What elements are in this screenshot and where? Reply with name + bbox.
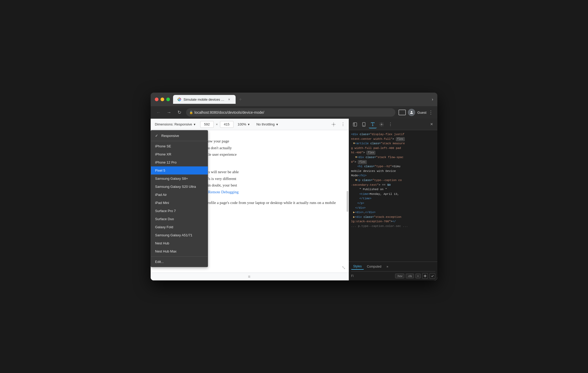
close-button[interactable] <box>155 98 158 101</box>
browser-window: Simulate mobile devices with D × + › ← →… <box>151 93 437 280</box>
hov-button[interactable]: :hov <box>395 274 404 278</box>
minimize-button[interactable] <box>161 98 164 101</box>
dropdown-item-samsung-s8[interactable]: Samsung Galaxy S8+ <box>151 175 208 183</box>
chrome-menu-icon[interactable]: ⋮ <box>428 110 433 115</box>
maximize-button[interactable] <box>166 98 170 101</box>
toggle-element-state-icon[interactable] <box>430 273 435 279</box>
bottom-grip-icon: ≡ <box>248 274 251 279</box>
dropdown-item-samsung-a51[interactable]: Samsung Galaxy A51/71 <box>151 231 208 239</box>
dropdown-item-ipad-mini[interactable]: iPad Mini <box>151 199 208 207</box>
iphone-12-pro-label: iPhone 12 Pro <box>155 160 176 164</box>
profile-icon[interactable] <box>408 109 415 116</box>
throttle-chevron-icon: ▼ <box>276 123 279 126</box>
reload-button[interactable]: ↻ <box>176 109 183 116</box>
code-line-9: mobile devices with Device <box>351 169 435 174</box>
dropdown-item-responsive[interactable]: Responsive <box>151 131 208 140</box>
code-line-3: ▼<article class="stack measure <box>353 141 435 146</box>
dropdown-item-surface-duo[interactable]: Surface Duo <box>151 215 208 223</box>
settings-icon[interactable] <box>378 121 385 128</box>
profile-label: Guest <box>417 111 426 115</box>
zoom-dropdown-button[interactable]: 100% ▼ <box>236 121 252 127</box>
dropdown-item-galaxy-fold[interactable]: Galaxy Fold <box>151 223 208 231</box>
devtools-more-options-icon[interactable]: ⋮ <box>387 121 394 128</box>
dimensions-chevron-icon: ▼ <box>193 123 196 126</box>
samsung-a51-label: Samsung Galaxy A51/71 <box>155 233 192 237</box>
surface-duo-label: Surface Duo <box>155 217 174 221</box>
nest-hub-max-label: Nest Hub Max <box>155 249 176 253</box>
code-line-15: </time> <box>359 196 435 201</box>
edit-label: Edit... <box>155 260 164 264</box>
page-scrollbar[interactable] <box>347 191 348 212</box>
responsive-label: Responsive <box>161 134 179 138</box>
devtools-panel: ⋮ × <div class="display-flex justif nten… <box>349 119 437 280</box>
width-input[interactable] <box>200 121 214 128</box>
address-input[interactable] <box>186 108 395 117</box>
dropdown-item-iphone-se[interactable]: iPhone SE <box>151 142 208 150</box>
dropdown-divider-2 <box>151 256 208 257</box>
code-line-19: ▶<div class="stack-exception <box>353 215 435 220</box>
code-line-2: ntent-center width-full"> flex <box>351 137 435 142</box>
more-tabs[interactable]: » <box>384 264 390 269</box>
new-style-rule-icon[interactable] <box>422 273 428 279</box>
tab-title: Simulate mobile devices with D <box>183 98 225 101</box>
new-tab-button[interactable]: + <box>237 96 244 103</box>
add-style-button[interactable]: + <box>415 274 421 278</box>
devtools-code-panel: <div class="display-flex justif ntent-ce… <box>349 130 437 262</box>
inspector-icon[interactable] <box>351 121 359 128</box>
dropdown-item-nest-hub-max[interactable]: Nest Hub Max <box>151 247 208 255</box>
devtools-close-button[interactable]: × <box>428 121 435 128</box>
device-mode-icon[interactable] <box>360 121 368 128</box>
forward-button[interactable]: → <box>165 109 173 116</box>
back-button[interactable]: ← <box>155 109 162 116</box>
dropdown-item-samsung-s20[interactable]: Samsung Galaxy S20 Ultra <box>151 183 208 191</box>
styles-tabs: Styles Computed » <box>351 263 435 272</box>
remote-debugging-link[interactable]: Remote Debugging <box>208 190 238 194</box>
surface-pro-7-label: Surface Pro 7 <box>155 209 176 213</box>
sensors-icon[interactable] <box>330 121 337 128</box>
code-line-5: ht-400"> flex <box>351 151 435 155</box>
styles-tab[interactable]: Styles <box>351 263 364 270</box>
elements-tab-icon[interactable] <box>369 121 377 128</box>
tab-close-button[interactable]: × <box>227 97 231 102</box>
device-toolbar: Dimensions: Responsive ▼ × 100% ▼ No thr… <box>151 119 349 130</box>
height-input[interactable] <box>220 121 234 128</box>
svg-point-3 <box>411 111 412 112</box>
address-bar: ← → ↻ 🔒 Guest ⋮ <box>151 106 437 119</box>
devtools-styles-area: Styles Computed » Fi :hov .cls + <box>349 262 437 280</box>
chrome-favicon-icon <box>177 97 181 101</box>
dropdown-item-surface-pro-7[interactable]: Surface Pro 7 <box>151 207 208 215</box>
code-line-16: </p> <box>357 201 435 206</box>
dropdown-divider-1 <box>151 141 208 141</box>
tab-menu-button[interactable]: › <box>432 97 433 102</box>
computed-tab[interactable]: Computed <box>365 264 383 269</box>
throttle-dropdown-button[interactable]: No throttling ▼ <box>254 121 281 127</box>
dimensions-dropdown-button[interactable]: Dimensions: Responsive ▼ <box>153 121 198 127</box>
code-line-7: 0"> flex <box>351 160 435 165</box>
ipad-air-label: iPad Air <box>155 193 167 197</box>
code-line-4: g width-full pad-left-400 pad <box>351 146 435 151</box>
title-bar: Simulate mobile devices with D × + › <box>151 93 437 106</box>
device-dropdown-menu: Responsive iPhone SE iPhone XR iPhone 12… <box>151 130 208 267</box>
screen-toggle-button[interactable] <box>399 110 406 115</box>
lock-icon: 🔒 <box>189 111 193 114</box>
more-options-icon[interactable]: ⋮ <box>339 121 347 128</box>
dropdown-item-nest-hub[interactable]: Nest Hub <box>151 239 208 247</box>
code-line-21: ... p.type--caption.color-sec ... <box>351 224 435 229</box>
code-line-11: ▼<p class="type--caption co <box>355 178 435 183</box>
svg-rect-12 <box>425 275 425 277</box>
code-line-17: </div> <box>355 206 435 210</box>
dropdown-item-iphone-xr[interactable]: iPhone XR <box>151 150 208 158</box>
pixel-5-label: Pixel 5 <box>155 169 165 172</box>
cls-button[interactable]: .cls <box>406 274 414 278</box>
styles-filter-label: Fi <box>351 274 394 278</box>
traffic-lights <box>155 98 170 101</box>
code-line-1: <div class="display-flex justif <box>351 132 435 137</box>
active-tab[interactable]: Simulate mobile devices with D × <box>173 95 236 104</box>
dropdown-item-ipad-air[interactable]: iPad Air <box>151 191 208 199</box>
code-line-20: lg:stack-exception-700"></ <box>351 219 435 224</box>
code-line-8: <h1 class="type--h2">Simu <box>357 164 435 169</box>
dropdown-item-edit[interactable]: Edit... <box>151 258 208 266</box>
main-content: Dimensions: Responsive ▼ × 100% ▼ No thr… <box>151 119 437 280</box>
dropdown-item-iphone-12-pro[interactable]: iPhone 12 Pro <box>151 158 208 166</box>
dropdown-item-pixel-5[interactable]: Pixel 5 <box>151 166 208 175</box>
